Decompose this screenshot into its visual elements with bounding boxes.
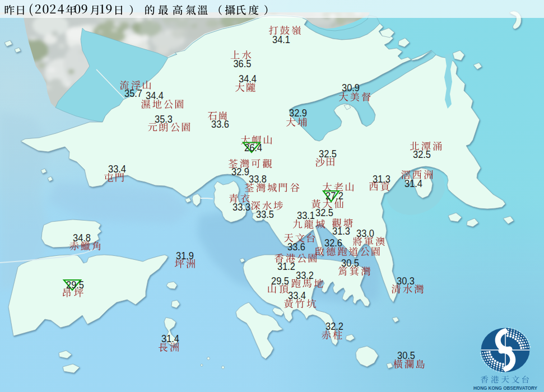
svg-text:34.8: 34.8 xyxy=(73,232,91,244)
svg-text:32.9: 32.9 xyxy=(231,166,249,178)
svg-text:31.4: 31.4 xyxy=(404,178,422,189)
svg-text:35.7: 35.7 xyxy=(124,87,142,99)
svg-text:31.3: 31.3 xyxy=(373,173,390,185)
svg-text:35.3: 35.3 xyxy=(155,113,173,125)
svg-text:31.9: 31.9 xyxy=(176,250,194,262)
svg-text:33.4: 33.4 xyxy=(108,163,126,175)
svg-text:36.5: 36.5 xyxy=(233,58,251,69)
svg-text:29.5: 29.5 xyxy=(271,275,289,287)
svg-text:32.6: 32.6 xyxy=(324,237,342,249)
svg-text:33.6: 33.6 xyxy=(211,118,229,130)
svg-text:29.5: 29.5 xyxy=(66,279,84,291)
svg-text:33.4: 33.4 xyxy=(288,290,306,301)
svg-text:30.5: 30.5 xyxy=(397,349,415,361)
svg-text:33.3: 33.3 xyxy=(233,201,250,213)
svg-text:33.1: 33.1 xyxy=(297,209,315,221)
svg-text:31.3: 31.3 xyxy=(332,225,350,237)
svg-text:34.1: 34.1 xyxy=(272,34,290,45)
svg-text:32.2: 32.2 xyxy=(326,320,343,332)
svg-text:HONG KONG OBSERVATORY: HONG KONG OBSERVATORY xyxy=(473,385,538,391)
svg-text:32.5: 32.5 xyxy=(315,207,333,218)
svg-text:33.5: 33.5 xyxy=(256,208,274,220)
svg-text:30.9: 30.9 xyxy=(342,82,360,94)
svg-text:33.0: 33.0 xyxy=(356,227,374,239)
svg-text:33.6: 33.6 xyxy=(287,241,305,253)
svg-text:27.2: 27.2 xyxy=(326,190,343,202)
svg-text:32.5: 32.5 xyxy=(319,148,337,160)
svg-text:26.4: 26.4 xyxy=(244,142,262,153)
svg-text:33.8: 33.8 xyxy=(249,173,267,185)
svg-text:31.4: 31.4 xyxy=(161,333,179,344)
svg-text:32.9: 32.9 xyxy=(289,107,307,119)
svg-text:34.4: 34.4 xyxy=(239,73,257,85)
svg-text:30.3: 30.3 xyxy=(397,275,415,287)
svg-text:30.5: 30.5 xyxy=(341,257,359,269)
svg-text:33.2: 33.2 xyxy=(296,269,314,281)
svg-text:34.4: 34.4 xyxy=(146,90,164,101)
svg-text:31.2: 31.2 xyxy=(277,260,295,272)
svg-text:32.5: 32.5 xyxy=(413,148,431,160)
